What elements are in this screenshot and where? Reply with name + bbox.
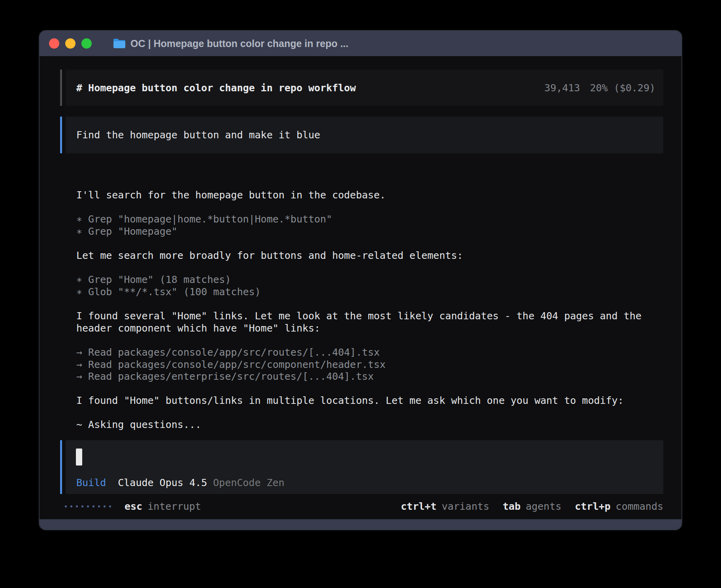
input-agent-label[interactable]: Build	[76, 477, 106, 488]
folder-icon	[113, 38, 126, 49]
minimize-button[interactable]	[65, 38, 75, 49]
prompt-input-border	[60, 440, 62, 494]
user-message-panel: Find the homepage button and make it blu…	[66, 117, 663, 153]
shortcut-label: variants	[442, 501, 489, 512]
transcript-blank-line	[76, 202, 669, 214]
screen: OC | Homepage button color change in rep…	[0, 0, 721, 588]
working-spinner-dots	[65, 505, 111, 507]
context-cost: 20% ($0.29)	[590, 82, 655, 94]
spinner-dot	[65, 505, 67, 507]
window-bottom-chrome	[40, 519, 681, 530]
prompt-input[interactable]: Build Claude Opus 4.5 OpenCode Zen	[66, 440, 663, 494]
session-header-border	[60, 70, 62, 106]
session-title: # Homepage button color change in repo w…	[76, 82, 356, 94]
spinner-dot	[87, 505, 89, 507]
transcript-line: ∗ Grep "Home" (18 matches)	[76, 274, 669, 286]
transcript-blank-line	[76, 298, 669, 311]
title-bar: OC | Homepage button color change in rep…	[40, 31, 681, 56]
transcript-line: ~ Asking questions...	[76, 419, 669, 431]
spinner-dot	[81, 505, 83, 507]
transcript-blank-line	[76, 407, 669, 419]
traffic-lights	[49, 38, 92, 49]
shortcut-key: tab	[503, 501, 521, 512]
transcript-line: → Read packages/enterprise/src/routes/[.…	[76, 371, 669, 383]
transcript-line: ∗ Glob "**/*.tsx" (100 matches)	[76, 286, 669, 298]
transcript-blank-line	[76, 262, 669, 274]
session-stats: 39,413 20% ($0.29)	[544, 82, 655, 94]
shortcut-hint-variants: ctrl+tvariants	[401, 501, 489, 512]
terminal-window: OC | Homepage button color change in rep…	[40, 31, 681, 530]
prompt-input-block: Build Claude Opus 4.5 OpenCode Zen	[60, 440, 663, 494]
shortcut-key: ctrl+p	[575, 501, 610, 512]
spinner-dot	[98, 505, 100, 507]
transcript-line: header component which have "Home" links…	[76, 322, 669, 335]
model-row: Build Claude Opus 4.5 OpenCode Zen	[76, 477, 285, 488]
transcript-blank-line	[76, 238, 669, 250]
session-header: # Homepage button color change in repo w…	[60, 70, 663, 106]
transcript-line: I found several "Home" links. Let me loo…	[76, 310, 669, 322]
shortcut-key: ctrl+t	[401, 501, 436, 512]
spinner-dot	[92, 505, 94, 507]
esc-key-hint: esc	[125, 501, 142, 512]
transcript-line: ∗ Grep "Homepage"	[76, 226, 669, 238]
footer-bar: esc interrupt ctrl+tvariantstabagentsctr…	[40, 500, 681, 512]
transcript-lines: I'll search for the homepage button in t…	[76, 189, 669, 431]
transcript-line: I found "Home" buttons/links in multiple…	[76, 395, 669, 407]
transcript-blank-line	[76, 383, 669, 395]
token-count: 39,413	[544, 82, 580, 94]
transcript-line: ∗ Grep "homepage|home.*button|Home.*butt…	[76, 213, 669, 226]
window-title: OC | Homepage button color change in rep…	[130, 38, 348, 49]
user-message-border	[60, 117, 62, 153]
shortcut-hint-agents: tabagents	[503, 501, 561, 512]
transcript-line: → Read packages/console/app/src/routes/[…	[76, 347, 669, 359]
text-cursor	[76, 449, 82, 466]
spinner-dot	[109, 505, 111, 507]
transcript-line: I'll search for the homepage button in t…	[76, 189, 669, 202]
spinner-dot	[76, 505, 78, 507]
footer-left: esc interrupt	[65, 500, 201, 512]
shortcut-label: commands	[616, 501, 663, 512]
input-provider-label: OpenCode Zen	[213, 477, 285, 488]
zoom-button[interactable]	[81, 38, 92, 49]
shortcut-hint-commands: ctrl+pcommands	[575, 501, 663, 512]
transcript-line: → Read packages/console/app/src/componen…	[76, 359, 669, 371]
user-message-text: Find the homepage button and make it blu…	[76, 129, 320, 141]
input-model-label[interactable]: Claude Opus 4.5	[118, 477, 207, 488]
session-header-panel: # Homepage button color change in repo w…	[66, 70, 663, 106]
spinner-dot	[104, 505, 106, 507]
close-button[interactable]	[49, 38, 59, 49]
spinner-dot	[70, 505, 72, 507]
shortcut-label: agents	[526, 501, 561, 512]
transcript-blank-line	[76, 334, 669, 347]
footer-right: ctrl+tvariantstabagentsctrl+pcommands	[401, 500, 663, 512]
transcript-line: Let me search more broadly for buttons a…	[76, 250, 669, 262]
esc-key-label: interrupt	[147, 501, 201, 512]
user-message: Find the homepage button and make it blu…	[60, 117, 663, 153]
